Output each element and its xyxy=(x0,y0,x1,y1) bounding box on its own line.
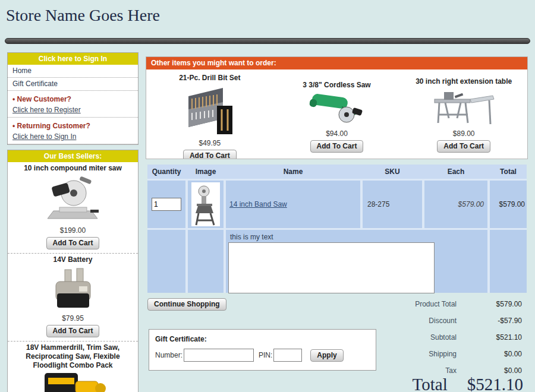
product-total-row: Product Total $579.00 xyxy=(338,300,522,309)
tax-row: Tax $0.00 xyxy=(338,366,522,375)
total-row-label: Shipping xyxy=(341,350,457,359)
best-seller-card: 18V Hammerdrill, Trim Saw, Reciprocating… xyxy=(8,341,138,392)
cart-table-header: Quantity Image Name SKU Each Total xyxy=(147,165,527,179)
upsell-product-card: 30 inch right extension table xyxy=(400,69,527,159)
combo-pack-image xyxy=(8,371,138,392)
add-to-cart-button[interactable]: Add To Cart xyxy=(310,140,364,153)
total-row-label: Subtotal xyxy=(341,333,457,342)
gift-number-label: Number: xyxy=(155,351,182,359)
shipping-row: Shipping $0.00 xyxy=(338,350,522,359)
add-to-cart-button[interactable]: Add To Cart xyxy=(437,140,490,153)
cart-table: Quantity Image Name SKU Each Total xyxy=(147,165,527,293)
upsell-header: Other items you might want to order: xyxy=(146,57,527,69)
signin-panel: Click here to Sign In Home Gift Certific… xyxy=(7,52,139,145)
cart-item-each: $579.00 xyxy=(424,181,487,228)
product-name: 30 inch right extension table xyxy=(413,77,514,86)
column-header-name: Name xyxy=(226,165,360,179)
add-to-cart-button[interactable]: Add To Cart xyxy=(183,150,237,159)
extension-table-image xyxy=(431,86,496,128)
page-title: Store Name Goes Here xyxy=(6,6,160,25)
grand-total: Total $521.10 xyxy=(413,375,523,392)
new-customer-heading: • New Customer? xyxy=(8,91,138,105)
product-name: 14V Battery xyxy=(8,254,138,265)
battery-image xyxy=(8,265,138,312)
cordless-saw-image xyxy=(309,90,366,128)
product-price: $49.95 xyxy=(199,137,221,148)
cart-item-row: 14 inch Band Saw 28-275 $579.00 $579.00 xyxy=(147,181,527,228)
register-link[interactable]: Click here to Register xyxy=(8,105,138,118)
quantity-input[interactable] xyxy=(152,198,181,211)
product-name: 21-Pc. Drill Bit Set xyxy=(177,74,243,83)
add-to-cart-button[interactable]: Add To Cart xyxy=(46,237,100,249)
comment-textarea[interactable] xyxy=(228,242,435,293)
cart-item-total: $579.00 xyxy=(490,181,527,228)
gift-pin-label: PIN: xyxy=(259,351,272,359)
product-name: 18V Hammerdrill, Trim Saw, Reciprocating… xyxy=(8,342,138,371)
column-header-each: Each xyxy=(424,165,487,179)
band-saw-image xyxy=(191,182,220,226)
gift-pin-input[interactable] xyxy=(273,349,302,362)
product-price: $79.95 xyxy=(8,312,138,324)
main-content: Other items you might want to order: 21-… xyxy=(146,56,528,392)
best-sellers-panel: Our Best Sellers: 10 inch compound miter… xyxy=(7,150,139,392)
best-seller-card: 10 inch compound miter saw $199.00 Add T… xyxy=(8,162,138,253)
continue-shopping-button[interactable]: Continue Shopping xyxy=(147,298,226,311)
total-row-value: $0.00 xyxy=(457,350,522,359)
miter-saw-image xyxy=(8,173,138,225)
product-price: $94.00 xyxy=(326,128,348,139)
upsell-panel: Other items you might want to order: 21-… xyxy=(146,56,528,159)
upsell-product-card: 3 3/8" Cordless Saw $94.00 Add To Cart xyxy=(273,69,401,159)
comment-label: this is my text xyxy=(228,233,487,241)
gift-number-input[interactable] xyxy=(184,349,254,362)
total-row-value: -$57.90 xyxy=(457,317,522,325)
discount-row: Discount -$57.90 xyxy=(338,317,522,325)
column-header-sku: SKU xyxy=(363,165,422,179)
total-row-label: Discount xyxy=(341,317,457,325)
add-to-cart-button[interactable]: Add To Cart xyxy=(46,325,100,337)
best-seller-card: 14V Battery $79.95 Add To Cart xyxy=(8,253,138,341)
returning-customer-heading: • Returning Customer? xyxy=(8,118,138,132)
column-header-total: Total xyxy=(490,165,527,179)
product-name: 3 3/8" Cordless Saw xyxy=(300,81,373,90)
cart-item-sku: 28-275 xyxy=(363,181,422,228)
sidebar-item-gift-certificate[interactable]: Gift Certificate xyxy=(8,78,138,91)
total-row-value: $0.00 xyxy=(457,366,522,375)
product-price: $199.00 xyxy=(8,225,138,236)
best-sellers-header: Our Best Sellers: xyxy=(8,150,138,162)
total-row-value: $521.10 xyxy=(457,333,522,342)
product-price: $89.00 xyxy=(453,128,475,139)
signin-link[interactable]: Click here to Sign In xyxy=(8,132,138,144)
total-row-value: $579.00 xyxy=(457,300,522,309)
signin-header-button[interactable]: Click here to Sign In xyxy=(8,53,138,65)
total-row-label: Tax xyxy=(341,366,457,375)
cart-comment-row: this is my text xyxy=(147,230,527,293)
subtotal-row: Subtotal $521.10 xyxy=(338,333,522,342)
grand-total-value: $521.10 xyxy=(467,375,523,392)
total-row-label: Product Total xyxy=(341,300,457,309)
cart-item-name-link[interactable]: 14 inch Band Saw xyxy=(229,200,287,208)
sidebar: Click here to Sign In Home Gift Certific… xyxy=(7,52,139,392)
order-totals: Product Total $579.00 Discount -$57.90 S… xyxy=(338,300,522,383)
top-divider-bar xyxy=(5,38,530,44)
sidebar-item-home[interactable]: Home xyxy=(8,65,138,78)
column-header-quantity: Quantity xyxy=(147,165,185,179)
drill-bit-set-image xyxy=(180,83,240,137)
product-name: 10 inch compound miter saw xyxy=(8,162,138,173)
grand-total-label: Total xyxy=(413,375,448,392)
upsell-product-card: 21-Pc. Drill Bit Set xyxy=(146,69,273,159)
column-header-image: Image xyxy=(188,165,224,179)
